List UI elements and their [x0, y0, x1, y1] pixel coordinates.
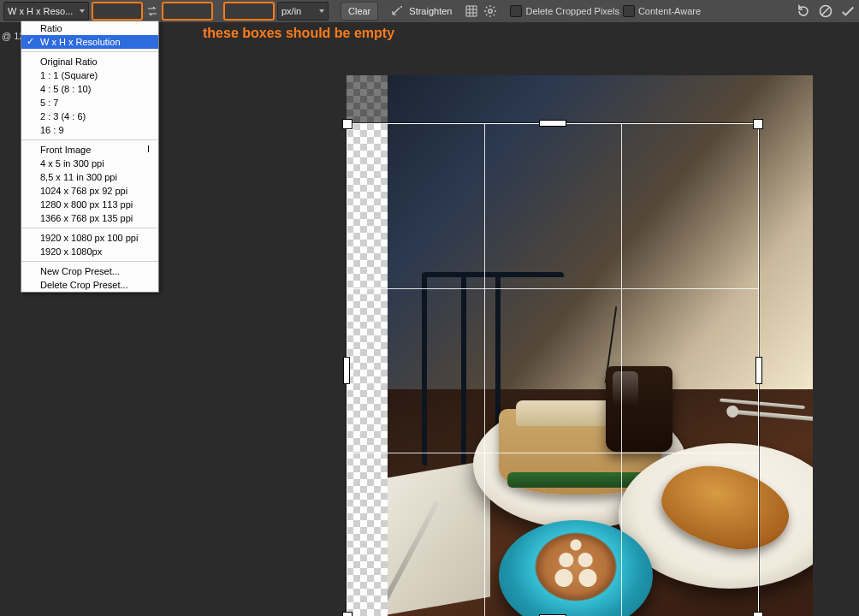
crop-handle-w[interactable] [343, 357, 350, 384]
gear-icon [483, 4, 497, 18]
menu-item[interactable]: 4 : 5 (8 : 10) [21, 82, 158, 96]
crop-handle-se[interactable] [753, 612, 763, 616]
crop-handle-n[interactable] [539, 120, 566, 127]
crop-handle-nw[interactable] [342, 119, 352, 129]
swap-dimensions-button[interactable] [145, 4, 159, 18]
menu-item[interactable]: 1366 x 768 px 135 ppi [21, 211, 158, 225]
rule-of-thirds-line [347, 453, 758, 453]
rule-of-thirds-line [347, 288, 758, 289]
menu-item[interactable]: Original Ratio [21, 55, 158, 68]
swap-icon [146, 5, 158, 17]
crop-height-input[interactable] [163, 3, 212, 20]
delete-cropped-checkbox[interactable] [510, 5, 522, 17]
checkmark-icon [840, 3, 856, 19]
menu-item[interactable]: 1280 x 800 px 113 ppi [21, 198, 158, 211]
aspect-ratio-dropdown[interactable]: W x H x Reso... [3, 2, 89, 21]
svg-point-0 [400, 6, 402, 8]
menu-separator [21, 51, 158, 52]
svg-point-1 [489, 9, 492, 13]
crop-handle-e[interactable] [755, 357, 762, 384]
menu-item[interactable]: 4 x 5 in 300 ppi [21, 157, 158, 170]
menu-separator [21, 139, 158, 140]
resolution-units-label: px/in [281, 6, 301, 16]
delete-cropped-label: Delete Cropped Pixels [525, 6, 619, 16]
menu-item[interactable]: Ratio [21, 21, 158, 35]
annotation-text: these boxes should be empty [203, 26, 394, 41]
content-aware-checkbox[interactable] [623, 5, 635, 17]
menu-item[interactable]: W x H x Resolution [21, 35, 158, 49]
menu-item[interactable]: Front Image [21, 143, 158, 157]
menu-separator [21, 228, 158, 228]
menu-item[interactable]: New Crop Preset... [21, 264, 158, 278]
delete-cropped-pixels-option[interactable]: Delete Cropped Pixels [510, 5, 619, 17]
crop-marquee[interactable] [347, 123, 759, 616]
straighten-label: Straighten [409, 6, 452, 16]
cancel-icon [818, 3, 833, 19]
menu-item[interactable]: Delete Crop Preset... [21, 278, 158, 292]
content-aware-option[interactable]: Content-Aware [623, 5, 701, 17]
cancel-crop-button[interactable] [818, 3, 833, 19]
rule-of-thirds-line [484, 124, 485, 616]
crop-width-input[interactable] [92, 3, 142, 20]
crop-handle-sw[interactable] [342, 612, 352, 616]
commit-crop-button[interactable] [840, 3, 856, 19]
aspect-ratio-label: W x H x Reso... [8, 6, 73, 16]
straighten-icon[interactable] [390, 3, 406, 19]
crop-handle-ne[interactable] [753, 119, 763, 129]
menu-item[interactable]: 2 : 3 (4 : 6) [21, 110, 158, 123]
overlay-grid-button[interactable] [464, 3, 479, 19]
crop-options-gear-button[interactable] [483, 3, 498, 19]
menu-item[interactable]: 1920 x 1080 px 100 ppi [21, 231, 158, 245]
menu-item[interactable]: 1 : 1 (Square) [21, 68, 158, 82]
content-aware-label: Content-Aware [638, 6, 701, 16]
menu-item[interactable]: 16 : 9 [21, 123, 158, 137]
reset-crop-button[interactable] [796, 3, 811, 19]
menu-item[interactable]: 1024 x 768 px 92 ppi [21, 184, 158, 198]
reset-icon [796, 3, 811, 19]
rule-of-thirds-line [621, 124, 622, 616]
menu-separator [21, 261, 158, 262]
clear-button[interactable]: Clear [341, 2, 378, 21]
clear-label: Clear [348, 6, 370, 16]
menu-item[interactable]: 5 : 7 [21, 96, 158, 110]
crop-options-bar: W x H x Reso... px/in Clear Straighten D… [0, 0, 859, 22]
menu-item[interactable]: 1920 x 1080px [21, 245, 158, 258]
aspect-ratio-menu[interactable]: RatioW x H x ResolutionOriginal Ratio1 :… [21, 21, 159, 293]
crop-resolution-input[interactable] [224, 3, 274, 20]
resolution-units-dropdown[interactable]: px/in [277, 2, 329, 21]
menu-item[interactable]: 8,5 x 11 in 300 ppi [21, 170, 158, 184]
